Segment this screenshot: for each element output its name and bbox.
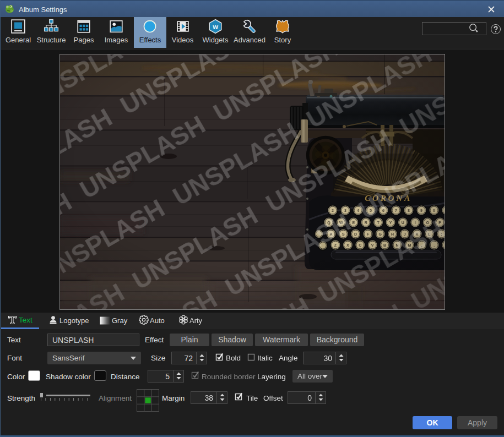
svg-text:w: w — [212, 23, 218, 31]
